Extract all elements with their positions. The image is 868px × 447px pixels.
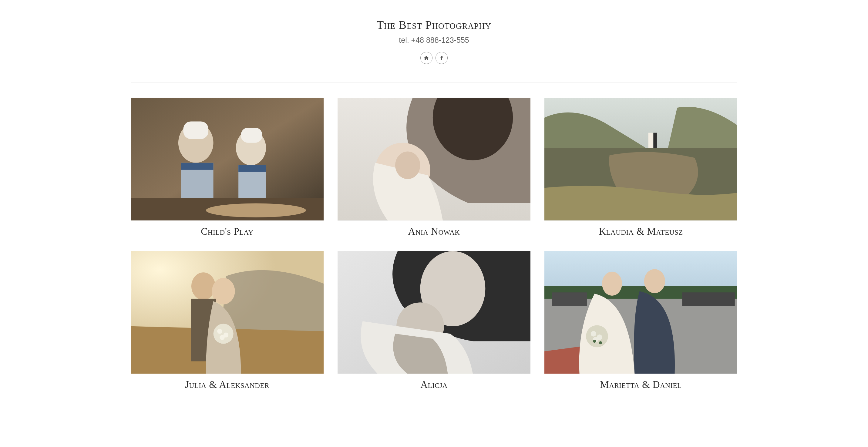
svg-point-23 (217, 329, 222, 334)
svg-rect-33 (552, 292, 587, 306)
svg-rect-9 (238, 165, 266, 172)
svg-rect-32 (682, 292, 735, 306)
page-container: The Best Photography tel. +48 888-123-55… (46, 0, 822, 403)
social-icons-row (131, 52, 737, 64)
phone-number: tel. +48 888-123-555 (131, 36, 737, 44)
gallery-caption: Klaudia & Mateusz (545, 226, 737, 237)
svg-point-41 (599, 341, 602, 344)
facebook-icon[interactable] (436, 52, 448, 64)
svg-point-40 (593, 340, 596, 343)
gallery-image (545, 251, 737, 374)
svg-point-22 (214, 324, 234, 344)
gallery-caption: Julia & Aleksander (131, 379, 323, 390)
gallery-caption: Alicja (338, 379, 530, 390)
gallery-item-childs-play[interactable]: Child's Play (131, 98, 323, 237)
gallery-image (131, 251, 323, 374)
gallery-caption: Marietta & Daniel (545, 379, 737, 390)
svg-rect-8 (181, 163, 213, 170)
gallery-item-julia-aleksander[interactable]: Julia & Aleksander (131, 251, 323, 391)
svg-rect-17 (653, 133, 657, 148)
svg-point-34 (602, 272, 622, 295)
site-title: The Best Photography (131, 18, 737, 32)
svg-rect-5 (241, 128, 262, 143)
svg-point-14 (395, 152, 420, 179)
svg-point-19 (191, 272, 215, 300)
gallery-image (338, 98, 530, 220)
gallery-grid: Child's Play (131, 98, 737, 390)
site-header: The Best Photography tel. +48 888-123-55… (131, 18, 737, 83)
svg-point-25 (220, 335, 225, 340)
gallery-item-klaudia-mateusz[interactable]: Klaudia & Mateusz (545, 98, 737, 237)
svg-rect-16 (648, 133, 654, 148)
gallery-image (131, 98, 323, 220)
gallery-caption: Child's Play (131, 226, 323, 237)
svg-point-37 (591, 331, 596, 336)
gallery-image (545, 98, 737, 220)
svg-point-35 (644, 269, 665, 293)
gallery-caption: Ania Nowak (338, 226, 530, 237)
gallery-item-alicja[interactable]: Alicja (338, 251, 530, 391)
gallery-image (338, 251, 530, 374)
svg-point-10 (206, 203, 306, 217)
gallery-item-ania-nowak[interactable]: Ania Nowak (338, 98, 530, 237)
gallery-item-marietta-daniel[interactable]: Marietta & Daniel (545, 251, 737, 391)
svg-rect-4 (183, 121, 208, 139)
home-icon[interactable] (420, 52, 432, 64)
